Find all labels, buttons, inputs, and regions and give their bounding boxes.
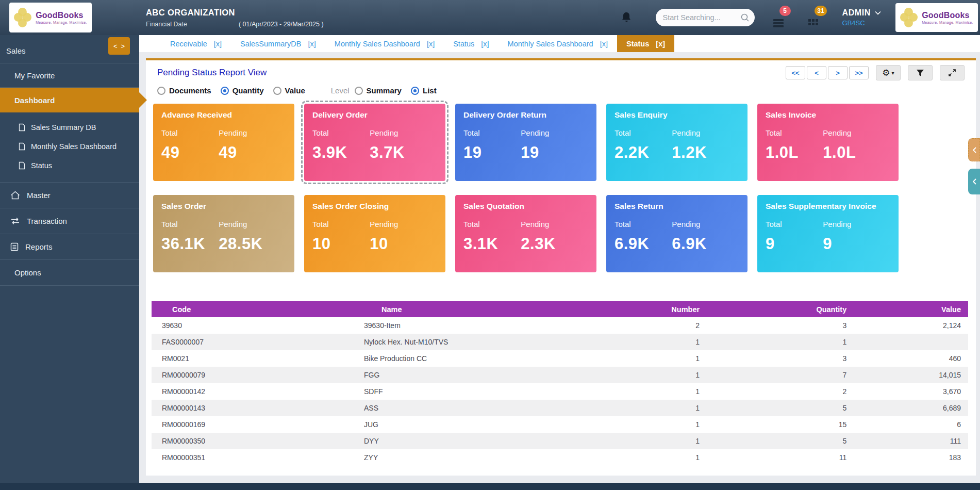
sidebar-item-my-favorite[interactable]: My Favorite xyxy=(0,63,139,87)
cell-code: RM00000079 xyxy=(152,367,356,383)
card-total-label: Total xyxy=(614,128,672,137)
table-row[interactable]: RM00000143 ASS 1 5 6,689 xyxy=(152,400,968,416)
document-icon xyxy=(19,123,25,132)
card-sales-supplementary-invoice[interactable]: Sales Supplementary Invoice Total 9 Pend… xyxy=(757,195,899,272)
card-sales-quotation[interactable]: Sales Quotation Total 3.1K Pending 2.3K xyxy=(455,195,596,272)
card-delivery-order-return[interactable]: Delivery Order Return Total 19 Pending 1… xyxy=(455,104,596,181)
cell-code: RM00000143 xyxy=(152,400,356,416)
user-menu[interactable]: ADMIN GB4SC xyxy=(842,8,881,27)
radio-quantity[interactable]: Quantity xyxy=(221,86,264,95)
card-sales-return[interactable]: Sales Return Total 6.9K Pending 6.9K xyxy=(606,195,748,272)
card-total-label: Total xyxy=(463,220,521,228)
card-total-label: Total xyxy=(766,220,823,228)
table-row[interactable]: RM00000079 FGG 1 7 14,015 xyxy=(152,367,968,383)
table-row[interactable]: RM00000142 SDFF 1 2 3,670 xyxy=(152,383,968,400)
tab-status[interactable]: Status [x] xyxy=(617,35,674,52)
card-delivery-order[interactable]: Delivery Order Total 3.9K Pending 3.7K xyxy=(304,104,445,181)
tab-monthly-sales-dashboard[interactable]: Monthly Sales Dashboard [x] xyxy=(325,35,444,52)
radio-list[interactable]: List xyxy=(411,86,437,95)
card-total-value: 6.9K xyxy=(614,235,672,253)
pagination-prev-button[interactable]: < xyxy=(807,66,826,79)
table-row[interactable]: RM00000351 ZYY 1 11 183 xyxy=(152,449,968,466)
filter-funnel-icon xyxy=(916,69,924,77)
tab-close-button[interactable]: [x] xyxy=(427,40,435,48)
radio-summary[interactable]: Summary xyxy=(355,86,402,95)
cell-number: 2 xyxy=(609,317,707,334)
card-sales-invoice[interactable]: Sales Invoice Total 1.0L Pending 1.0L xyxy=(757,104,899,181)
pagination-next-button[interactable]: > xyxy=(828,66,848,79)
tab-receivable[interactable]: Receivable [x] xyxy=(161,35,231,52)
cell-quantity: 5 xyxy=(707,400,854,416)
card-sales-order[interactable]: Sales Order Total 36.1K Pending 28.5K xyxy=(153,195,294,272)
card-pending-value: 10 xyxy=(370,235,427,253)
sidebar-item-status[interactable]: Status xyxy=(0,156,139,175)
tab-salessummarydb[interactable]: SalesSummaryDB [x] xyxy=(231,35,325,52)
table-row[interactable]: 39630 39630-Item 2 3 2,124 xyxy=(152,317,968,334)
sidebar-item-master[interactable]: Master xyxy=(0,183,139,208)
tab-monthly-sales-dashboard[interactable]: Monthly Sales Dashboard [x] xyxy=(499,35,617,52)
tab-close-button[interactable]: [x] xyxy=(481,40,489,48)
chevron-left-icon xyxy=(972,147,976,153)
cell-name: ASS xyxy=(356,400,609,416)
card-total-value: 3.9K xyxy=(312,143,370,162)
card-total-value: 19 xyxy=(463,143,521,162)
notifications-bell-icon[interactable] xyxy=(621,11,632,24)
tab-close-button[interactable]: [x] xyxy=(308,40,316,48)
card-sales-enquiry[interactable]: Sales Enquiry Total 2.2K Pending 1.2K xyxy=(606,104,748,181)
cell-code: RM00000142 xyxy=(152,383,356,400)
table-wrap: Code Name Number Quantity Value 39630 39… xyxy=(152,301,968,466)
column-header-name[interactable]: Name xyxy=(356,301,609,317)
radio-circle-icon xyxy=(355,87,363,95)
module-title: Sales xyxy=(6,46,26,55)
column-header-code[interactable]: Code xyxy=(152,301,356,317)
search-input[interactable] xyxy=(663,13,740,22)
sidebar-item-monthly-sales-dashboard[interactable]: Monthly Sales Dashboard xyxy=(0,137,139,156)
goodbooks-logo-left[interactable]: GoodBooks Measure. Manage. Maximise. xyxy=(9,3,92,32)
cell-name: SDFF xyxy=(356,383,609,400)
side-panel-toggle-teal[interactable] xyxy=(968,169,980,194)
tab-close-button[interactable]: [x] xyxy=(214,40,222,48)
card-pending-value: 1.0L xyxy=(823,143,880,162)
organization-name: ABC ORGANIZATION xyxy=(146,8,324,18)
card-pending-value: 1.2K xyxy=(672,143,729,162)
table-row[interactable]: RM00000350 DYY 1 5 111 xyxy=(152,433,968,449)
column-header-quantity[interactable]: Quantity xyxy=(707,301,854,317)
column-header-value[interactable]: Value xyxy=(854,301,968,317)
table-row[interactable]: FAS0000007 Nylock Hex. Nut-M10/TVS 1 1 xyxy=(152,334,968,350)
alerts-button[interactable]: 5 xyxy=(768,6,791,29)
settings-button[interactable]: ⚙ ▾ xyxy=(876,65,901,80)
column-header-number[interactable]: Number xyxy=(609,301,707,317)
card-advance-received[interactable]: Advance Received Total 49 Pending 49 xyxy=(153,104,294,181)
radio-documents[interactable]: Documents xyxy=(157,86,211,95)
side-panel-toggle-orange[interactable] xyxy=(968,138,980,161)
gear-icon: ⚙ xyxy=(882,69,890,77)
apps-button[interactable]: 31 xyxy=(804,6,827,29)
sidebar-item-reports[interactable]: Reports xyxy=(0,234,139,259)
radio-value[interactable]: Value xyxy=(273,86,305,95)
expand-button[interactable] xyxy=(940,65,965,80)
footer-bar xyxy=(0,483,980,490)
cell-name: FGG xyxy=(356,367,609,383)
cell-number: 1 xyxy=(609,383,707,400)
tab-status[interactable]: Status [x] xyxy=(444,35,498,52)
table-row[interactable]: RM00000169 JUG 1 15 6 xyxy=(152,416,968,433)
tab-close-button[interactable]: [x] xyxy=(600,40,608,48)
sidebar-item-dashboard[interactable]: Dashboard xyxy=(0,88,139,112)
apps-grid-icon xyxy=(808,19,820,27)
search-icon xyxy=(740,13,750,22)
pagination-last-button[interactable]: >> xyxy=(849,66,869,79)
table-row[interactable]: RM0021 Bike Production CC 1 3 460 xyxy=(152,350,968,367)
app-screen: GoodBooks Measure. Manage. Maximise. ABC… xyxy=(0,0,980,490)
tab-close-button[interactable]: [x] xyxy=(656,40,665,48)
tab-label: Status xyxy=(453,40,474,48)
filter-button[interactable] xyxy=(908,65,933,80)
sidebar-item-transaction[interactable]: Transaction xyxy=(0,208,139,234)
sidebar-collapse-control[interactable]: < > xyxy=(108,37,130,55)
card-sales-order-closing[interactable]: Sales Order Closing Total 10 Pending 10 xyxy=(304,195,445,272)
cell-name: DYY xyxy=(356,433,609,449)
sidebar-item-sales-summary-db[interactable]: Sales Summary DB xyxy=(0,118,139,137)
organization-block: ABC ORGANIZATION Financial Date ( 01/Apr… xyxy=(146,8,324,28)
coins-stack-icon xyxy=(773,19,784,27)
sidebar-item-options[interactable]: Options xyxy=(0,260,139,285)
pagination-first-button[interactable]: << xyxy=(786,66,805,79)
